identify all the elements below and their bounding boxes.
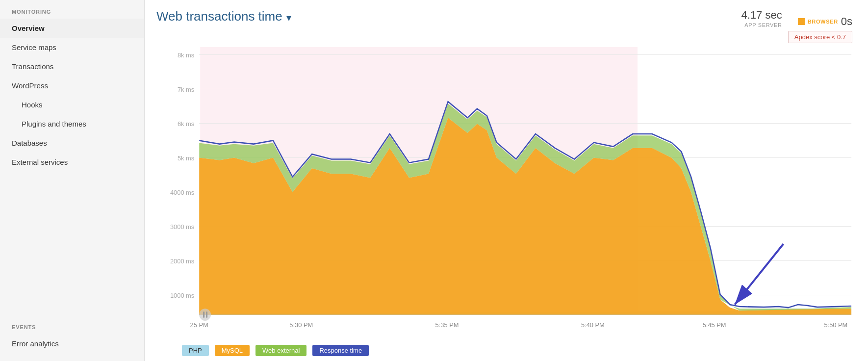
- svg-text:5:45 PM: 5:45 PM: [703, 321, 726, 329]
- sidebar-item-label: Overview: [12, 24, 45, 32]
- svg-text:5:30 PM: 5:30 PM: [289, 321, 313, 329]
- svg-rect-22: [203, 311, 204, 317]
- app-server-label: APP SERVER: [744, 22, 782, 28]
- sidebar-item-plugins-themes[interactable]: Plugins and themes: [0, 114, 144, 133]
- sidebar-item-label: Error analytics: [12, 339, 59, 348]
- sidebar-item-label: Hooks: [22, 101, 43, 109]
- header-metrics: 4.17 sec APP SERVER BROWSER 0s Apdex sco…: [741, 9, 853, 43]
- svg-line-24: [735, 244, 783, 305]
- sidebar-item-overview[interactable]: Overview: [0, 19, 144, 38]
- apdex-badge: Apdex score < 0.7: [788, 31, 852, 43]
- sidebar: MONITORING Overview Service maps Transac…: [0, 0, 145, 361]
- sidebar-item-label: WordPress: [12, 81, 48, 90]
- legend-mysql-label: MySQL: [222, 347, 243, 354]
- sidebar-item-label: Service maps: [12, 43, 56, 52]
- legend-item-php[interactable]: PHP: [182, 345, 209, 356]
- sidebar-item-transactions[interactable]: Transactions: [0, 57, 144, 76]
- chart-title-dropdown[interactable]: ▾: [286, 12, 291, 24]
- svg-text:2000 ms: 2000 ms: [170, 257, 195, 264]
- legend-item-response-time[interactable]: Response time: [312, 345, 369, 356]
- sidebar-item-error-analytics[interactable]: Error analytics: [0, 334, 144, 353]
- app-server-metric: 4.17 sec APP SERVER: [741, 9, 782, 28]
- svg-text:3000 ms: 3000 ms: [170, 223, 195, 230]
- sidebar-item-label: Databases: [12, 139, 47, 147]
- svg-rect-23: [206, 311, 207, 317]
- chart-svg-container: 8k ms 7k ms 6k ms 5k ms 4000 ms 3000 ms …: [156, 47, 856, 340]
- chart-legend: PHP MySQL Web external Response time: [156, 340, 856, 361]
- legend-item-mysql[interactable]: MySQL: [215, 345, 250, 356]
- metric-row: 4.17 sec APP SERVER BROWSER 0s: [741, 9, 853, 28]
- svg-text:5k ms: 5k ms: [178, 154, 195, 161]
- sidebar-item-label: Plugins and themes: [22, 120, 86, 128]
- svg-text:4000 ms: 4000 ms: [170, 188, 195, 196]
- svg-text:5:35 PM: 5:35 PM: [435, 321, 459, 329]
- svg-text:8k ms: 8k ms: [178, 51, 195, 58]
- legend-item-web-external[interactable]: Web external: [255, 345, 306, 356]
- svg-text:1000 ms: 1000 ms: [170, 291, 195, 299]
- legend-response-label: Response time: [319, 347, 362, 354]
- chart-area: 8k ms 7k ms 6k ms 5k ms 4000 ms 3000 ms …: [145, 43, 868, 361]
- svg-text:7k ms: 7k ms: [178, 85, 195, 93]
- browser-metric: BROWSER 0s: [798, 15, 852, 28]
- svg-text:6k ms: 6k ms: [178, 120, 195, 127]
- svg-text:25 PM: 25 PM: [190, 321, 208, 329]
- sidebar-item-external-services[interactable]: External services: [0, 153, 144, 172]
- monitoring-section-label: MONITORING: [0, 0, 144, 19]
- chart-header: Web transactions time ▾ 4.17 sec APP SER…: [145, 0, 868, 43]
- sidebar-item-label: Transactions: [12, 62, 53, 71]
- chart-title-area: Web transactions time ▾: [156, 9, 291, 24]
- main-chart-svg: 8k ms 7k ms 6k ms 5k ms 4000 ms 3000 ms …: [156, 47, 856, 340]
- chart-title: Web transactions time: [156, 9, 282, 24]
- svg-text:5:50 PM: 5:50 PM: [824, 321, 847, 329]
- sidebar-item-service-maps[interactable]: Service maps: [0, 38, 144, 57]
- legend-webext-label: Web external: [262, 347, 300, 354]
- browser-value: 0s: [841, 15, 852, 28]
- browser-swatch: [798, 18, 805, 25]
- legend-php-label: PHP: [189, 347, 202, 354]
- app-server-value: 4.17 sec: [741, 9, 782, 22]
- browser-label-text: BROWSER: [808, 19, 838, 25]
- sidebar-item-databases[interactable]: Databases: [0, 133, 144, 153]
- sidebar-item-hooks[interactable]: Hooks: [0, 95, 144, 114]
- svg-point-21: [199, 309, 211, 321]
- sidebar-item-label: External services: [12, 158, 68, 166]
- browser-value-row: BROWSER 0s: [798, 15, 852, 28]
- svg-text:5:40 PM: 5:40 PM: [581, 321, 605, 329]
- sidebar-item-wordpress[interactable]: WordPress: [0, 76, 144, 95]
- events-section-label: EVENTS: [0, 315, 144, 334]
- main-content: Web transactions time ▾ 4.17 sec APP SER…: [145, 0, 868, 361]
